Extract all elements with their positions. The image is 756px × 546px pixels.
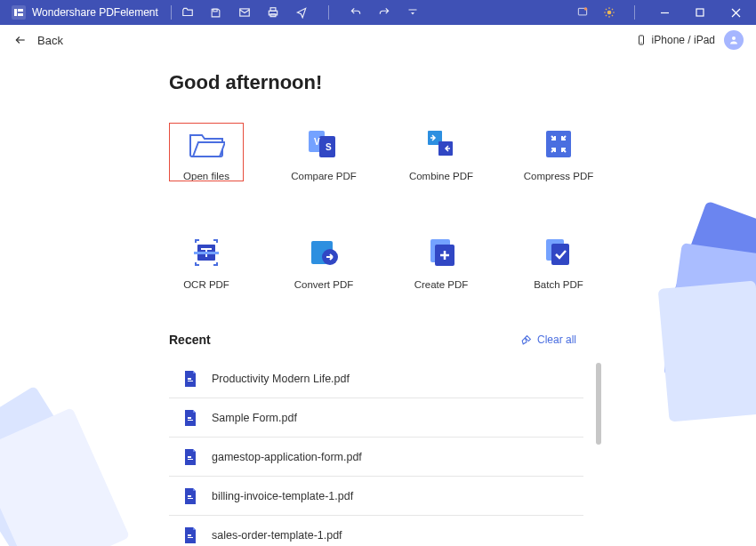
svg-rect-45	[188, 378, 191, 380]
ocr-pdf-icon	[187, 237, 226, 269]
svg-point-9	[607, 11, 612, 15]
tile-batch-pdf[interactable]: Batch PDF	[521, 231, 596, 290]
close-icon[interactable]	[724, 5, 747, 20]
svg-rect-48	[188, 420, 193, 421]
svg-rect-19	[696, 9, 704, 16]
decoration-right	[628, 187, 756, 400]
svg-point-8	[584, 7, 588, 10]
tile-label: Compare PDF	[291, 171, 357, 181]
doc-name: gamestop-application-form.pdf	[212, 451, 362, 463]
tile-label: Create PDF	[414, 279, 469, 290]
tile-combine-pdf[interactable]: Combine PDF	[404, 123, 479, 181]
tile-compare-pdf[interactable]: VS Compare PDF	[286, 123, 361, 181]
page-title: Good afternoon!	[169, 71, 596, 94]
svg-rect-44	[551, 244, 569, 265]
app-logo-icon	[11, 4, 27, 20]
svg-line-15	[612, 15, 613, 16]
doc-name: Sample Form.pdf	[212, 412, 297, 424]
device-label: iPhone / iPad	[652, 34, 715, 46]
create-pdf-icon	[422, 237, 461, 269]
svg-rect-6	[408, 10, 416, 11]
clear-all-label: Clear all	[537, 333, 576, 346]
list-item[interactable]: Productivity Modern Life.pdf	[169, 359, 583, 398]
broom-icon	[520, 334, 532, 346]
titlebar: Wondershare PDFelement	[0, 0, 756, 25]
tile-label: Open files	[183, 171, 229, 181]
mail-icon[interactable]	[237, 5, 252, 20]
arrow-left-icon	[12, 34, 28, 46]
svg-rect-46	[188, 381, 193, 381]
compress-pdf-icon	[539, 128, 578, 160]
theme-icon[interactable]	[602, 5, 616, 20]
tiles-grid: Open files VS Compare PDF Combine PDF Co…	[169, 123, 596, 290]
svg-line-16	[606, 15, 607, 16]
phone-icon	[636, 34, 647, 46]
svg-rect-4	[270, 8, 276, 12]
notification-icon[interactable]	[575, 5, 590, 20]
svg-rect-54	[188, 537, 193, 538]
doc-name: billing-invoice-template-1.pdf	[212, 490, 353, 502]
save-icon[interactable]	[209, 5, 223, 20]
svg-text:V: V	[314, 137, 320, 147]
doc-name: sales-order-template-1.pdf	[212, 529, 342, 542]
titlebar-right	[575, 5, 751, 20]
doc-name: Productivity Modern Life.pdf	[212, 373, 350, 385]
device-button[interactable]: iPhone / iPad	[636, 34, 715, 46]
list-item[interactable]: billing-invoice-template-1.pdf	[169, 477, 583, 516]
svg-rect-0	[12, 5, 26, 20]
open-files-icon	[187, 128, 226, 160]
tile-create-pdf[interactable]: Create PDF	[404, 231, 479, 290]
dropdown-icon[interactable]	[406, 5, 420, 20]
svg-point-25	[732, 36, 736, 40]
convert-pdf-icon	[304, 237, 343, 269]
svg-rect-56	[664, 243, 756, 389]
svg-rect-50	[188, 459, 193, 460]
svg-text:S: S	[326, 142, 332, 152]
combine-pdf-icon	[422, 128, 461, 160]
back-label: Back	[37, 34, 63, 47]
toolbar: Back iPhone / iPad	[0, 25, 756, 55]
app-title: Wondershare PDFelement	[32, 6, 158, 19]
tile-label: OCR PDF	[183, 279, 229, 290]
list-item[interactable]: sales-order-template-1.pdf	[169, 516, 583, 546]
recent-title: Recent	[169, 333, 211, 347]
pdf-doc-icon	[183, 527, 197, 543]
svg-rect-52	[188, 498, 193, 499]
batch-pdf-icon	[539, 237, 578, 269]
minimize-icon[interactable]	[653, 5, 676, 20]
avatar[interactable]	[724, 30, 744, 50]
svg-line-17	[612, 9, 613, 10]
scrollbar-thumb[interactable]	[596, 363, 601, 445]
titlebar-separator-3	[634, 5, 635, 20]
folder-open-icon[interactable]	[181, 5, 195, 20]
svg-rect-49	[188, 456, 191, 458]
print-icon[interactable]	[266, 5, 280, 20]
main-content: Good afternoon! Open files VS Compare PD…	[0, 55, 596, 546]
clear-all-button[interactable]: Clear all	[520, 333, 576, 346]
svg-line-14	[606, 9, 607, 10]
pdf-doc-icon	[183, 488, 197, 504]
compare-pdf-icon: VS	[304, 128, 343, 160]
svg-rect-51	[188, 495, 191, 497]
pdf-doc-icon	[183, 371, 197, 387]
list-item[interactable]: Sample Form.pdf	[169, 398, 583, 438]
back-button[interactable]: Back	[12, 34, 63, 47]
svg-rect-55	[662, 201, 756, 360]
undo-icon[interactable]	[349, 5, 363, 20]
maximize-icon[interactable]	[688, 5, 712, 20]
tile-convert-pdf[interactable]: Convert PDF	[286, 231, 361, 290]
share-icon[interactable]	[294, 5, 309, 20]
tile-label: Compress PDF	[524, 171, 594, 181]
pdf-doc-icon	[183, 449, 197, 465]
pdf-doc-icon	[183, 410, 197, 426]
redo-icon[interactable]	[377, 5, 391, 20]
svg-rect-36	[194, 252, 219, 254]
svg-rect-32	[546, 131, 571, 157]
svg-rect-47	[188, 417, 191, 419]
tile-label: Batch PDF	[534, 279, 583, 290]
list-item[interactable]: gamestop-application-form.pdf	[169, 438, 583, 477]
tile-ocr-pdf[interactable]: OCR PDF	[169, 231, 244, 290]
tile-open-files[interactable]: Open files	[169, 123, 244, 181]
tile-compress-pdf[interactable]: Compress PDF	[521, 123, 596, 181]
recent-list: Productivity Modern Life.pdf Sample Form…	[169, 359, 583, 546]
